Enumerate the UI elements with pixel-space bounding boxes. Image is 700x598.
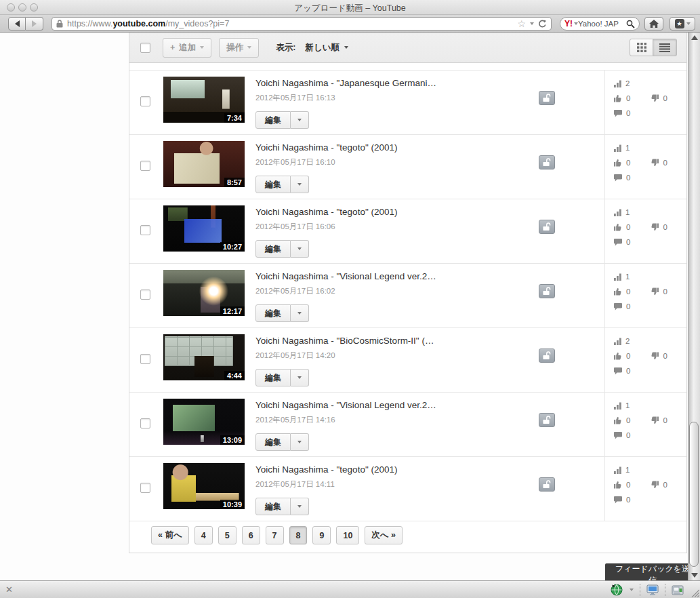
lock-icon [56, 20, 63, 28]
edit-button[interactable]: 編集 [255, 304, 291, 322]
search-input[interactable]: Yahoo! JAP [578, 20, 626, 28]
bookmark-star-icon[interactable]: ☆ [517, 19, 526, 28]
video-upload-date: 2012年05月17日 16:10 [255, 157, 479, 167]
display-monitor-icon[interactable] [646, 584, 659, 595]
video-thumbnail[interactable]: 10:39 [163, 463, 245, 509]
edit-button[interactable]: 編集 [255, 498, 291, 515]
edit-button[interactable]: 編集 [255, 433, 291, 451]
edit-dropdown-button[interactable] [291, 176, 309, 193]
translator-caret-icon[interactable] [630, 589, 634, 591]
privacy-unlisted-button[interactable] [539, 155, 555, 170]
vertical-scrollbar[interactable] [688, 33, 700, 580]
edit-dropdown-button[interactable] [291, 498, 309, 515]
pagination-page-10[interactable]: 10 [336, 526, 359, 544]
thumbs-down-icon [651, 481, 659, 489]
video-row: 12:17 Yoichi Nagashima - "Visional Legen… [129, 263, 686, 327]
edit-caret-icon [297, 183, 302, 186]
list-view-button[interactable] [653, 39, 677, 56]
video-title-link[interactable]: Yoichi Nagashima - "BioCosmicStorm-II" (… [255, 335, 479, 346]
pagination-prev[interactable]: « 前へ [151, 526, 189, 544]
scroll-down-icon[interactable] [691, 573, 698, 578]
select-video-checkbox[interactable] [140, 96, 150, 106]
edit-button[interactable]: 編集 [255, 240, 291, 258]
disk-sync-icon[interactable] [672, 585, 684, 595]
video-upload-date: 2012年05月17日 16:06 [255, 222, 479, 232]
select-all-checkbox[interactable] [140, 43, 150, 53]
sort-dropdown[interactable]: 新しい順 [305, 42, 348, 54]
video-title-link[interactable]: Yoichi Nagashima - "tegoto" (2001) [255, 464, 479, 475]
statusbar-close-icon[interactable]: ✕ [5, 584, 13, 595]
translator-globe-icon[interactable] [610, 584, 623, 596]
url-bar[interactable]: https://www.youtube.com/my_videos?pi=7 ☆ [52, 17, 552, 31]
edit-dropdown-button[interactable] [291, 369, 309, 386]
edit-caret-icon [297, 247, 302, 250]
back-button[interactable] [8, 17, 26, 31]
select-video-checkbox[interactable] [140, 290, 150, 300]
pagination-page-4[interactable]: 4 [194, 526, 213, 544]
pagination-next[interactable]: 次へ » [365, 526, 403, 544]
video-thumbnail[interactable]: 12:17 [163, 270, 245, 316]
comments-icon [614, 432, 622, 439]
select-video-checkbox[interactable] [140, 225, 150, 235]
url-dropdown-icon[interactable] [530, 22, 534, 25]
grid-view-button[interactable] [630, 39, 653, 56]
search-box[interactable]: Y! Yahoo! JAP [560, 17, 640, 31]
video-thumbnail[interactable]: 8:57 [163, 141, 245, 187]
privacy-unlisted-button[interactable] [539, 220, 555, 234]
pagination-page-7[interactable]: 7 [266, 526, 284, 544]
video-title-link[interactable]: Yoichi Nagashima - "Visional Legend ver.… [255, 271, 479, 282]
video-thumbnail[interactable]: 4:44 [163, 334, 245, 380]
edit-button[interactable]: 編集 [255, 111, 291, 129]
bookmarks-menu-button[interactable]: ★ [670, 17, 695, 31]
select-video-checkbox[interactable] [140, 354, 150, 364]
edit-dropdown-button[interactable] [291, 433, 309, 451]
video-thumbnail[interactable]: 7:34 [163, 77, 245, 123]
scroll-up-icon[interactable] [691, 35, 698, 40]
comments-count: 0 [626, 496, 630, 504]
edit-dropdown-button[interactable] [291, 240, 309, 258]
edit-button[interactable]: 編集 [255, 369, 291, 386]
video-title-link[interactable]: Yoichi Nagashima - "tegoto" (2001) [255, 142, 479, 153]
views-count: 1 [625, 466, 630, 474]
video-title-link[interactable]: Yoichi Nagashima - "Visional Legend ver.… [255, 399, 479, 411]
video-title-link[interactable]: Yoichi Nagashima - "tegoto" (2001) [255, 206, 479, 218]
url-text: https://www.youtube.com/my_videos?pi=7 [67, 19, 517, 28]
video-upload-date: 2012年05月17日 16:13 [255, 93, 479, 103]
statusbar-separator [640, 584, 640, 596]
video-thumbnail[interactable]: 10:27 [163, 205, 245, 252]
pagination-page-8[interactable]: 8 [289, 526, 308, 544]
privacy-unlisted-button[interactable] [539, 348, 555, 363]
add-button[interactable]: + 追加 [163, 38, 211, 58]
window-resize-grip[interactable] [690, 588, 699, 597]
scrollbar-thumb[interactable] [689, 422, 699, 567]
video-row: 13:09 Yoichi Nagashima - "Visional Legen… [129, 392, 686, 456]
select-video-checkbox[interactable] [140, 483, 150, 493]
forward-button[interactable] [26, 17, 43, 31]
thumbs-down-icon [651, 94, 659, 102]
send-feedback-button[interactable]: フィードバックを送信 [605, 563, 700, 581]
select-video-checkbox[interactable] [140, 161, 150, 171]
video-title-link[interactable]: Yoichi Nagashima - "Japanesque Germani… [255, 77, 479, 89]
page-content: + 追加 操作 表示: 新しい順 [0, 33, 700, 580]
video-upload-date: 2012年05月17日 14:20 [255, 351, 479, 361]
edit-dropdown-button[interactable] [291, 304, 309, 322]
video-thumbnail[interactable]: 13:09 [163, 399, 245, 445]
edit-caret-icon [297, 505, 302, 508]
pagination-page-5[interactable]: 5 [218, 526, 236, 544]
edit-dropdown-button[interactable] [291, 111, 309, 129]
search-icon[interactable] [626, 20, 635, 28]
privacy-unlisted-button[interactable] [539, 477, 555, 492]
privacy-unlisted-button[interactable] [539, 284, 555, 298]
home-button[interactable] [644, 17, 663, 31]
pagination-page-9[interactable]: 9 [312, 526, 331, 544]
pagination-page-6[interactable]: 6 [242, 526, 260, 544]
reload-icon[interactable] [538, 20, 547, 28]
edit-button[interactable]: 編集 [255, 176, 291, 193]
thumbs-up-icon [614, 159, 622, 167]
views-bar-chart-icon [614, 273, 621, 281]
select-video-checkbox[interactable] [140, 418, 150, 428]
privacy-unlisted-button[interactable] [539, 91, 555, 105]
video-stats: 2 0 0 0 [604, 71, 687, 134]
actions-button[interactable]: 操作 [219, 38, 259, 58]
privacy-unlisted-button[interactable] [539, 413, 555, 427]
